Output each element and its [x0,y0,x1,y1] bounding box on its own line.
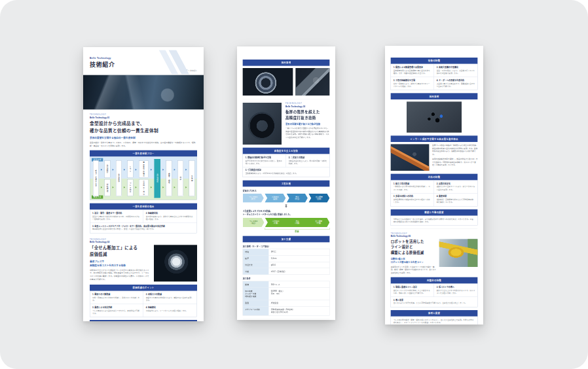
tech-box: 1. 厚板材の精密打抜きを実現 板厚9.0mmまでの打抜き加工に対応し、難加工材… [243,154,330,177]
feature-item: 1. 組立工程の削減 一体成形により後工程の組立作業を削減し、コストを低減します… [391,181,434,194]
heading-line: 構築による原価低減 [391,250,436,255]
gear-ring-photo [243,68,293,96]
process-step: 仕上検査 （全数） [308,194,329,203]
tech-item: 3. 寸法精度の保証 全数検査体制により、±0.02mmの寸法精度を安定して保証… [243,167,329,177]
section-eyebrow: TECHNOLOGY [391,232,478,234]
strength-item: 3. 金型メンテナンスからアフターフォローまで一貫対応、高品質な製品を安定供給 … [90,223,196,233]
section-label: Belle Technology 02 [90,241,197,243]
insert-paragraph: 専用の自動搬送装置を開発し、部品の供給から取り出しまでを自動化。24時間の連続生… [432,158,477,167]
section-paragraph: 金型の設計・製作から量産プレス加工、二次加工、検査・出荷までを自社内で完結。各工… [90,141,197,147]
flow-step: 金型製作 [116,160,122,196]
points-box: 1. 後加工の工数削減 切削・研磨などの二次加工を削減し、製造コストを低減します… [90,291,197,317]
strength-item: 1. 設計・製作・量産まで一貫対応 金型から量産まで自社内で完結するため、工程間… [90,210,143,223]
flow-step: 出荷 [177,160,183,196]
arrow-right-icon [174,169,175,171]
section-label: Belle Technology 05 [391,235,478,237]
arrow-right-icon [162,169,164,171]
process-step: 洗浄 （外注） [287,194,308,203]
section-eyebrow: TECHNOLOGY [285,103,329,105]
features-box: 1. 検査による数量管理と品質保証 画像検査装置による全数検査で高い品質水準を維… [391,64,478,90]
section-heading: 「全せん断加工」による 原価低減 [90,245,150,258]
outlook-bar: 課題と今後の展望 [391,209,478,216]
points-bar: 原価低減のポイント [90,285,197,291]
process-step: プレス加工 （複合） [243,218,265,227]
point-item: 4. 短納期化 工程集約により、リードタイムを大幅に短縮します。 [143,304,197,317]
design-canvas: Belle Technology 技術紹介 TOP ＞ 技術紹介 TECHNOL… [0,0,588,369]
arrow-right-icon [136,186,137,188]
old-process-label: 従来のプロセス [243,189,330,192]
flow-step: 受注・仕様打合せ [93,160,99,196]
arrow-right-icon [101,186,102,188]
section-technology-02: TECHNOLOGY Belle Technology 02 「全せん断加工」に… [90,238,197,281]
outlook-box: 今後はさらなる自動化・省人化を進め、より複雑な形状や新素材への対応を拡大してまい… [391,215,478,225]
conditions-table: 設備300tプレス 加工速度 ストローク数 材料送り速度60SPM（最大） 35… [243,281,330,316]
flow-bar: 一貫生産体制フロー [90,150,197,157]
heading-line: 板厚の限界を超えた [285,109,329,115]
page1-preview[interactable]: Belle Technology 技術紹介 TOP ＞ 技術紹介 TECHNOL… [83,47,204,321]
table-row: 加工速度 ストローク数 材料送り速度60SPM（最大） 35m／min [243,288,329,300]
arrow-right-icon [174,186,175,188]
strengths-bar: 一貫生産体制の強み [90,203,197,210]
tech-bar: 高精度化を支える技術 [243,148,330,154]
arrow-right-icon [162,186,164,188]
heading-line: ライン設計と [391,245,436,250]
logo-watermark-icon [157,50,198,75]
feature-item: 2. 品質の安定化 自動化された生産ラインにより、ばらつきの少ない品質を実現しま… [434,181,477,194]
section-subheading: 自動化×省人化 ロボットが創る新たな生産ライン [391,258,436,264]
arrow-right-icon [151,169,152,171]
features2-bar: 対応の特徴 [391,174,478,181]
spec-table: 材質SPCC 板厚3.2mm 外径寸法φ60.0 公差±0.02（全数保証） [243,249,330,275]
insert-bar: インサート成形で実現する高品質な複合部品 [391,135,478,142]
arrow-right-icon [185,186,187,188]
cases2-bar: 事例と展望 [391,310,478,317]
heading-line: 原価低減 [90,251,150,258]
strength-item: 2. 短納期対応 各工程の連携により、試作から量産立ち上げまでの期間を大幅に短縮… [143,210,197,223]
section-label: Belle Technology 03 [285,105,329,108]
section-eyebrow: TECHNOLOGY [90,114,197,116]
flow-step: お客様 [189,160,195,196]
insert-section: 金属プレス部品と樹脂の一体成形により組立工程を削減。部品点数の削減と品質の安定化… [391,144,478,171]
insert-paragraph: 金属プレス部品と樹脂の一体成形により組立工程を削減。部品点数の削減と品質の安定化… [432,144,477,156]
new-process-flow: プレス加工 （複合） 二次加工 （不要） 洗浄 （不要） 仕上検査 （不要） [243,218,330,227]
flow-step: トライ [127,161,133,178]
cases2-box: プレス加工後の搬送・検査・梱包工程にロボットを導入し、省人化と生産性向上を実現。… [391,317,478,325]
section-technology-01: TECHNOLOGY Belle Technology 01 金型設計から完成品… [90,114,197,147]
arrow-down-icon [243,205,330,208]
arrow-right-icon [113,169,114,171]
feature-item: 4. オーダーへの柔軟な生産対応 多品種少量から大量生産まで、需要変動に合わせた… [434,77,477,90]
tech-item: 1. 厚板材の精密打抜きを実現 板厚9.0mmまでの打抜き加工に対応し、難加工材… [243,154,286,167]
robot-item: 1. 現場に最適なライン設計 自社エンジニアが工程を熟知した上で設計するため、現… [391,284,434,297]
point-item: 3. 量産による安定供給 プレス量産化により品質のばらつきを抑え、安定供給が可能… [90,304,143,317]
feature-item: 2. 高速大型機の中型機化 金型・工法の見直しにより、大型機で行っていた加工を中… [434,64,477,77]
arrow-right-icon [124,186,125,188]
robot-photo [439,239,478,267]
robot-bar: 内製化の特徴 [391,277,478,284]
reduction-bracket [265,228,329,229]
flow-step-highlight: 品質保証 [154,159,160,198]
section-heading: ロボットを活用した ライン設計と 構築による原価低減 [391,239,436,255]
section-heading: 金型設計から完成品まで、 確かな品質と信頼の一貫生産体制 [90,120,197,134]
heading-line: 高精度打抜き技術 [285,115,329,121]
arrow-right-icon [113,186,114,188]
table-row: 設備300tプレス [243,281,329,288]
page3-preview[interactable]: 技術の特徴 1. 検査による数量管理と品質保証 画像検査装置による全数検査で高い… [385,46,483,325]
robot-box: 1. 現場に最適なライン設計 自社エンジニアが工程を熟知した上で設計するため、現… [391,283,478,307]
flow-step: 金型設計 [104,161,110,178]
heading-line: 金型設計から完成品まで、 [90,120,197,127]
table-row: 外径寸法φ60.0 [243,262,329,268]
table-row: スケジュール対応24時間連続稼働（3交替制） 段取り替え30分以内 [243,306,329,315]
metal-part-photo [295,68,329,96]
domains-bar: 対応領域 [90,320,197,321]
section-subheading: 量産プレスで 高精度＆低コストを両立する技術 [90,260,150,267]
section-paragraph: 産業用ロボットを活用した生産ラインを自社で設計・構築。搬送・検査・梱包までを自動… [391,266,436,275]
section-paragraph: 一般にプレス打抜きが困難とされる厚板材においても、独自の金型技術と加工条件の最適… [285,127,329,139]
arrow-right-icon [136,169,137,171]
section-subheading: 業界の要望を実現する独自の一貫生産体制 [90,136,197,139]
copper-part-photo [391,144,430,171]
feature-item: 3. 工程の短納期化を実現 社内一貫体制により、試作から量産までのリードタイムを… [391,77,434,90]
page2-preview[interactable]: 採用事例 TECHNOLOGY Belle Technology 03 板厚の限… [237,46,335,320]
flow-step: 材料調達 [104,179,110,196]
feature-item: 4. 量産体制 自動搬送・全数検査を組み込んだ24時間量産体制を構築しています。 [434,193,477,205]
heading-line: 確かな品質と信頼の一貫生産体制 [90,127,197,133]
black-ring-photo [243,103,282,145]
